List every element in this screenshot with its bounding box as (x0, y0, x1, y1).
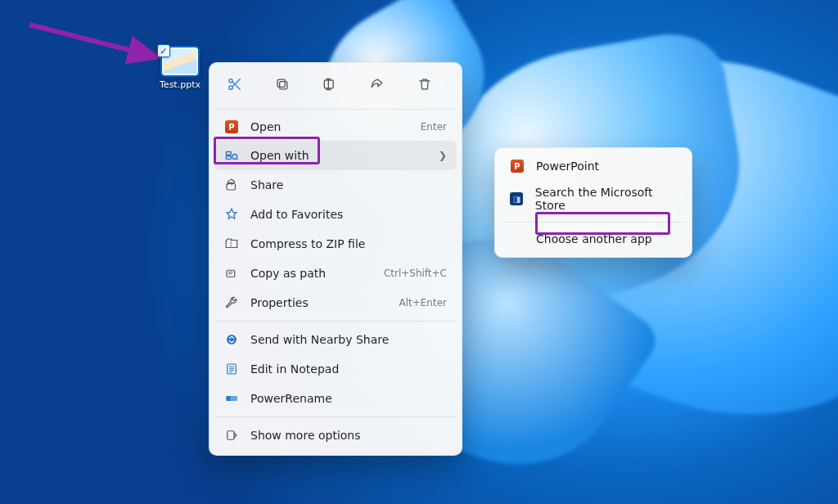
delete-button[interactable] (409, 70, 440, 99)
menu-item-label: Open with (250, 149, 447, 162)
notepad-icon (224, 362, 239, 376)
powerpoint-icon: P (224, 120, 239, 133)
microsoft-store-icon: ◨ (510, 192, 524, 205)
rename-icon (322, 76, 338, 92)
menu-item-label: PowerRename (250, 392, 447, 405)
menu-item-label: Show more options (250, 429, 447, 442)
menu-separator (216, 321, 455, 322)
more-options-icon (224, 428, 239, 443)
submenu-item-store[interactable]: ◨ Search the Microsoft Store (500, 179, 687, 218)
menu-item-shortcut: Ctrl+Shift+C (384, 268, 447, 279)
selection-checkbox-icon[interactable]: ✓ (157, 44, 170, 57)
menu-item-shortcut: Alt+Enter (399, 297, 447, 308)
star-icon (224, 207, 239, 222)
menu-item-properties[interactable]: Properties Alt+Enter (214, 288, 457, 317)
share-arrow-icon (224, 178, 239, 192)
menu-separator (216, 416, 455, 417)
menu-item-share[interactable]: Share (214, 170, 457, 200)
svg-rect-6 (226, 152, 231, 155)
chevron-right-icon: ❯ (439, 150, 447, 161)
nearby-share-icon (224, 332, 239, 347)
share-button[interactable] (362, 70, 393, 99)
powerpoint-icon: P (510, 160, 525, 173)
zip-folder-icon (224, 236, 239, 251)
menu-item-label: Send with Nearby Share (250, 333, 447, 346)
wrench-icon (224, 295, 239, 310)
share-icon (369, 76, 385, 92)
menu-separator (216, 109, 455, 110)
context-menu: P Open Enter Open with ❯ Share Add to Fa… (209, 62, 462, 456)
menu-item-label: Compress to ZIP file (250, 237, 447, 250)
copy-icon (274, 76, 291, 92)
menu-item-more-options[interactable]: Show more options (214, 421, 457, 450)
svg-rect-3 (280, 82, 287, 89)
svg-rect-14 (231, 396, 237, 401)
svg-rect-7 (226, 156, 231, 160)
copy-button[interactable] (267, 70, 298, 99)
menu-item-label: Share (250, 178, 447, 191)
menu-item-nearby-share[interactable]: Send with Nearby Share (214, 325, 457, 354)
scissors-icon (227, 76, 243, 92)
submenu-item-label: PowerPoint (536, 160, 599, 173)
cut-button[interactable] (219, 70, 250, 99)
file-name-label: Test.pptx (158, 79, 202, 91)
svg-rect-15 (228, 431, 234, 440)
menu-item-label: Add to Favorites (250, 208, 447, 221)
powerrename-icon (224, 391, 239, 406)
annotation-arrow (26, 21, 173, 79)
menu-item-powerrename[interactable]: PowerRename (214, 384, 457, 413)
svg-rect-4 (277, 79, 285, 87)
submenu-item-choose-another[interactable]: Choose another app (500, 226, 687, 252)
submenu-item-powerpoint[interactable]: P PowerPoint (500, 153, 687, 179)
svg-line-0 (29, 25, 157, 57)
menu-item-label: Properties (250, 296, 387, 309)
menu-item-shortcut: Enter (421, 121, 447, 133)
context-menu-toolbar (214, 68, 457, 106)
menu-item-copy-path[interactable]: Copy as path Ctrl+Shift+C (214, 259, 457, 288)
submenu-item-label: Search the Microsoft Store (535, 186, 677, 212)
menu-item-open[interactable]: P Open Enter (214, 113, 457, 141)
menu-item-compress[interactable]: Compress to ZIP file (214, 229, 457, 259)
menu-item-open-with[interactable]: Open with ❯ (214, 141, 457, 170)
menu-item-label: Open (250, 120, 409, 133)
open-with-icon (224, 148, 239, 163)
submenu-item-label: Choose another app (536, 232, 652, 245)
menu-item-label: Copy as path (250, 267, 372, 280)
menu-item-favorites[interactable]: Add to Favorites (214, 200, 457, 229)
menu-item-notepad[interactable]: Edit in Notepad (214, 354, 457, 384)
menu-separator (502, 222, 685, 223)
copy-path-icon (224, 266, 239, 281)
rename-button[interactable] (314, 70, 345, 99)
open-with-submenu: P PowerPoint ◨ Search the Microsoft Stor… (494, 147, 692, 258)
trash-icon (417, 76, 433, 92)
menu-item-label: Edit in Notepad (250, 362, 447, 376)
desktop-file-icon[interactable]: ✓ Test.pptx (157, 47, 203, 91)
